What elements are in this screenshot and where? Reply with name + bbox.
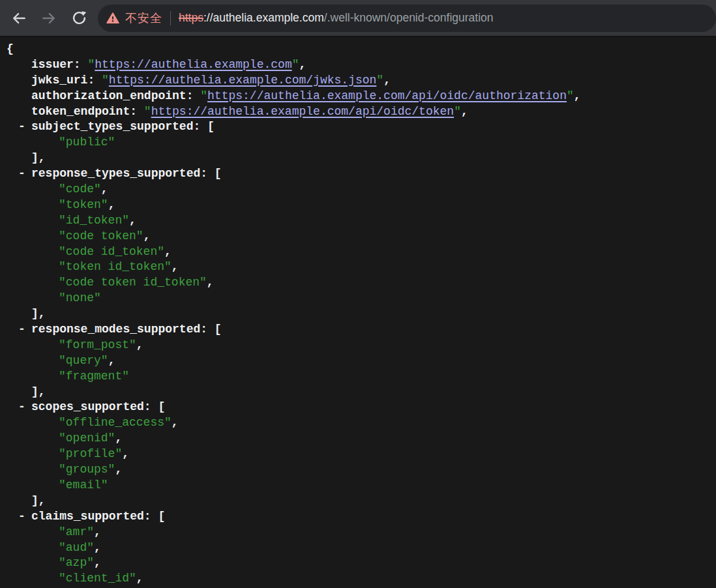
json-punctuation: , xyxy=(94,525,101,538)
json-punctuation: , xyxy=(172,416,179,429)
json-link[interactable]: https://authelia.example.com/api/oidc/to… xyxy=(151,105,454,118)
json-string: "token" xyxy=(59,198,108,211)
json-line: "code", xyxy=(0,182,716,198)
browser-toolbar: 不安全 https://authelia.example.com/.well-k… xyxy=(0,0,716,37)
json-link[interactable]: https://authelia.example.com xyxy=(95,58,291,71)
json-punctuation: ], xyxy=(31,385,46,398)
url-scheme: https xyxy=(179,11,203,24)
url-separator: :// xyxy=(203,11,213,24)
json-quote: " xyxy=(376,74,383,87)
json-line: "profile", xyxy=(0,447,716,462)
json-line: -scopes_supported: [ xyxy=(0,400,716,415)
omnibox-divider xyxy=(170,11,171,25)
json-line: issuer: "https://authelia.example.com", xyxy=(0,57,716,73)
json-punctuation: { xyxy=(7,42,14,55)
forward-button[interactable] xyxy=(36,5,62,31)
json-line: "azp", xyxy=(0,555,716,571)
json-string: "code token" xyxy=(59,229,143,243)
json-quote: " xyxy=(292,58,299,71)
json-punctuation: , xyxy=(461,105,468,118)
json-string: "query" xyxy=(59,354,108,367)
json-punctuation: ], xyxy=(31,151,46,164)
json-string: "code id_token" xyxy=(59,245,164,258)
json-quote: " xyxy=(567,89,574,102)
security-chip[interactable]: 不安全 xyxy=(106,10,162,26)
json-line: "client_id", xyxy=(0,571,716,587)
json-quote: " xyxy=(200,89,207,102)
forward-icon xyxy=(40,10,57,27)
json-line: "none" xyxy=(0,291,716,306)
json-string: "id_token" xyxy=(59,214,129,227)
json-key: authorization_endpoint: xyxy=(31,89,200,102)
json-punctuation: , xyxy=(574,89,581,102)
json-string: "form_post" xyxy=(59,338,136,351)
address-bar[interactable]: 不安全 https://authelia.example.com/.well-k… xyxy=(98,5,716,32)
json-punctuation: [ xyxy=(215,323,222,336)
json-string: "token id_token" xyxy=(59,260,172,273)
json-quote: " xyxy=(87,58,95,71)
json-line: "email" xyxy=(0,478,716,493)
json-key: token_endpoint: xyxy=(31,105,144,118)
url-host: authelia.example.com xyxy=(213,11,324,24)
json-string: "amr" xyxy=(59,525,94,538)
url-text: https://authelia.example.com/.well-known… xyxy=(179,11,494,25)
json-quote: " xyxy=(454,105,461,118)
json-line: "code id_token", xyxy=(0,244,716,260)
json-punctuation: , xyxy=(172,260,179,273)
json-line: "offline_access", xyxy=(0,415,716,431)
json-line: authorization_endpoint: "https://autheli… xyxy=(0,89,716,104)
json-punctuation: , xyxy=(101,183,108,196)
json-string: "aud" xyxy=(59,541,94,554)
json-string: "email" xyxy=(59,478,108,492)
json-line: ], xyxy=(0,151,716,166)
json-quote: " xyxy=(144,105,151,118)
json-punctuation: [ xyxy=(158,510,165,523)
json-string: "fragment" xyxy=(59,370,129,383)
json-punctuation: ], xyxy=(31,494,46,507)
collapse-toggle[interactable]: - xyxy=(18,166,25,182)
json-string: "azp" xyxy=(59,556,94,569)
json-line: -claims_supported: [ xyxy=(0,509,716,525)
json-line: "id_token", xyxy=(0,213,716,229)
json-line: "token", xyxy=(0,198,716,213)
json-viewer: {issuer: "https://authelia.example.com",… xyxy=(0,38,716,588)
json-punctuation: ], xyxy=(31,307,46,320)
json-key: response_modes_supported: xyxy=(31,323,215,336)
json-line: "aud", xyxy=(0,540,716,556)
json-key: response_types_supported: xyxy=(31,167,215,180)
json-line: ], xyxy=(0,306,716,322)
json-key: claims_supported: xyxy=(31,510,158,523)
reload-button[interactable] xyxy=(66,5,92,31)
json-line: { xyxy=(0,42,716,57)
json-string: "openid" xyxy=(59,432,115,445)
back-icon xyxy=(10,10,27,27)
json-line: "groups", xyxy=(0,462,716,478)
json-punctuation: , xyxy=(207,276,214,289)
json-line: "code token", xyxy=(0,229,716,244)
json-string: "offline_access" xyxy=(59,416,172,429)
json-key: jwks_uri: xyxy=(31,74,102,87)
json-punctuation: , xyxy=(94,541,101,554)
json-link[interactable]: https://authelia.example.com/api/oidc/au… xyxy=(207,89,567,102)
json-quote: " xyxy=(102,74,109,87)
json-punctuation: , xyxy=(94,556,101,569)
json-link[interactable]: https://authelia.example.com/jwks.json xyxy=(109,74,376,87)
json-line: "amr", xyxy=(0,525,716,540)
json-line: -response_types_supported: [ xyxy=(0,166,716,182)
json-punctuation: , xyxy=(115,432,122,445)
collapse-toggle[interactable]: - xyxy=(18,400,25,415)
collapse-toggle[interactable]: - xyxy=(18,509,25,525)
json-line: "openid", xyxy=(0,431,716,447)
json-punctuation: , xyxy=(383,74,391,87)
json-string: "client_id" xyxy=(59,572,136,585)
back-button[interactable] xyxy=(6,5,32,31)
collapse-toggle[interactable]: - xyxy=(18,322,25,338)
collapse-toggle[interactable]: - xyxy=(18,119,25,135)
json-punctuation: [ xyxy=(207,120,215,133)
json-punctuation: , xyxy=(129,214,136,227)
json-line: "token id_token", xyxy=(0,259,716,275)
json-line: "query", xyxy=(0,353,716,369)
json-line: jwks_uri: "https://authelia.example.com/… xyxy=(0,73,716,89)
json-line: -response_modes_supported: [ xyxy=(0,322,716,338)
json-key: scopes_supported: xyxy=(31,400,158,413)
